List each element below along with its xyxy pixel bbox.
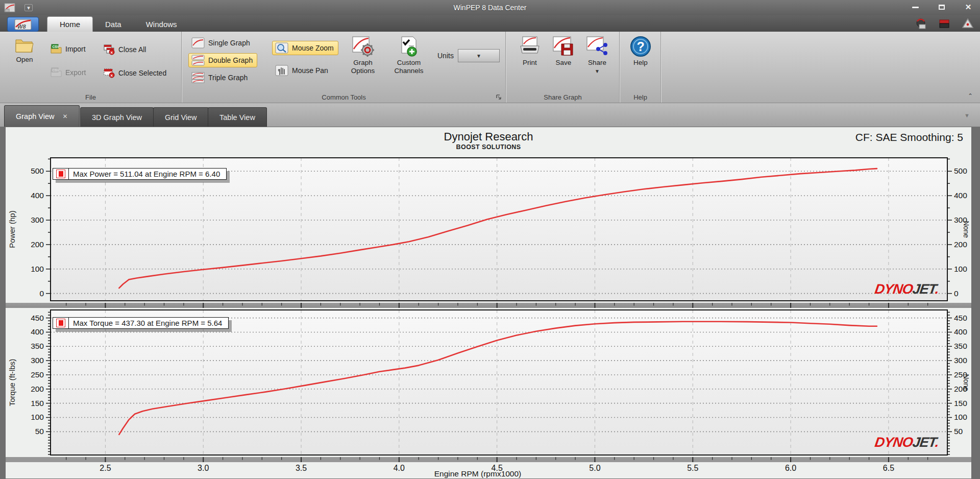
y-tick-label: 450 — [954, 314, 967, 322]
share-button[interactable]: Share ▼ — [581, 36, 614, 74]
gauge-icon[interactable] — [915, 17, 927, 30]
view-tab-strip: Graph View ✕ 3D Graph View Grid View Tab… — [0, 103, 980, 127]
double-graph-button[interactable]: Double Graph — [188, 53, 257, 67]
custom-channels-label: Custom Channels — [393, 59, 425, 75]
x-tick-label: 2.5 — [100, 464, 111, 472]
custom-channels-button[interactable]: Custom Channels — [393, 36, 425, 75]
y-tick-label: 200 — [31, 385, 44, 393]
close-all-button[interactable]: x Close All — [100, 43, 149, 56]
help-icon: ? — [630, 36, 651, 57]
legend-swatch-icon — [56, 170, 65, 178]
svg-text:W8: W8 — [17, 23, 26, 30]
tab-grid-view-label: Grid View — [165, 113, 197, 122]
maximize-icon — [939, 5, 945, 10]
dialog-launcher-icon[interactable] — [496, 94, 502, 101]
ribbon-tab-windows[interactable]: Windows — [134, 16, 189, 32]
chevron-down-icon: ▼ — [476, 53, 481, 59]
close-selected-button[interactable]: x Close Selected — [100, 66, 169, 80]
tab-grid-view[interactable]: Grid View — [153, 107, 209, 127]
chart-header: Dynojet Research BOOST SOLUTIONS CF: SAE… — [6, 127, 971, 156]
ribbon-group-share-graph: Print Save Share ▼ — [506, 32, 620, 103]
ribbon-group-common-tools: Single Graph Double Graph Triple Graph — [182, 32, 506, 103]
legend-swatch-icon — [56, 319, 65, 327]
power-right-axis-title: None — [962, 221, 970, 237]
tab-3d-graph-view-label: 3D Graph View — [92, 113, 142, 122]
mouse-zoom-label: Mouse Zoom — [292, 44, 334, 52]
torque-legend-text: Max Torque = 437.30 at Engine RPM = 5.64 — [69, 318, 228, 328]
folder-icon — [14, 37, 35, 54]
save-icon — [552, 36, 575, 57]
close-all-icon: x — [103, 44, 115, 55]
print-label: Print — [523, 59, 537, 67]
svg-text:?: ? — [637, 39, 645, 54]
x-axis-band — [6, 457, 971, 462]
x-axis-title: Engine RPM (rpmx1000) — [394, 469, 562, 478]
import-csv-icon: CSV — [50, 44, 62, 54]
ribbon: Open CSV Import CSV Export — [0, 32, 980, 103]
window-title: WinPEP 8 Data Center — [0, 4, 980, 12]
device-icon[interactable] — [938, 17, 950, 30]
tab-3d-graph-view[interactable]: 3D Graph View — [80, 107, 154, 127]
ribbon-tab-home[interactable]: Home — [47, 16, 93, 32]
tab-table-view[interactable]: Table View — [208, 107, 267, 127]
help-button[interactable]: ? Help — [624, 36, 657, 67]
share-label: Share — [588, 59, 606, 67]
mouse-zoom-button[interactable]: Mouse Zoom — [272, 41, 338, 55]
x-tick-label: 5.0 — [589, 464, 600, 472]
torque-legend[interactable]: Max Torque = 437.30 at Engine RPM = 5.64 — [53, 317, 229, 329]
mouse-pan-button[interactable]: Mouse Pan — [272, 63, 333, 78]
units-dropdown[interactable]: ▼ — [458, 49, 500, 62]
application-button[interactable]: W8 — [7, 17, 39, 32]
y-tick-label: 400 — [954, 327, 967, 336]
graph-options-icon — [352, 36, 374, 57]
print-button[interactable]: Print — [513, 36, 546, 67]
y-tick-label: 400 — [31, 327, 44, 336]
chart-subtitle: BOOST SOLUTIONS — [6, 143, 971, 151]
close-all-label: Close All — [118, 45, 146, 54]
mouse-pan-label: Mouse Pan — [292, 66, 328, 75]
save-button[interactable]: Save — [547, 36, 580, 67]
y-tick-label: 300 — [31, 215, 44, 224]
export-button[interactable]: CSV Export — [47, 66, 89, 79]
power-axis-title: Power (hp) — [8, 210, 16, 248]
svg-text:CSV: CSV — [53, 45, 60, 49]
y-tick-label: 400 — [31, 191, 44, 200]
minimize-button[interactable] — [909, 2, 922, 12]
x-tick-label: 6.0 — [785, 464, 796, 472]
share-dropdown-icon[interactable]: ▼ — [595, 68, 600, 75]
triple-graph-button[interactable]: Triple Graph — [188, 70, 252, 85]
power-legend[interactable]: Max Power = 511.04 at Engine RPM = 6.40 — [53, 168, 227, 180]
double-graph-icon — [191, 55, 205, 66]
legend-swatch-cell — [53, 318, 69, 328]
y-tick-label: 500 — [31, 166, 44, 175]
y-tick-label: 200 — [954, 240, 967, 249]
ribbon-tab-row: W8 Home Data Windows — [0, 15, 980, 32]
graph-options-button[interactable]: Graph Options — [347, 36, 379, 75]
winpep-logo-icon: W8 — [14, 19, 32, 30]
units-label: Units — [437, 52, 454, 60]
y-tick-label: 150 — [31, 399, 44, 408]
plot-background — [51, 310, 947, 455]
y-tick-label: 50 — [954, 427, 963, 436]
y-tick-label: 50 — [35, 427, 44, 436]
collapse-ribbon-icon[interactable]: ⌃ — [968, 92, 973, 100]
ribbon-tab-data[interactable]: Data — [93, 16, 134, 32]
close-button[interactable]: ✕ — [962, 2, 975, 12]
tab-graph-view[interactable]: Graph View ✕ — [4, 105, 80, 127]
tab-graph-view-label: Graph View — [16, 112, 55, 121]
single-graph-button[interactable]: Single Graph — [188, 36, 255, 50]
correction-factor-text: CF: SAE Smoothing: 5 — [855, 131, 963, 143]
torque-right-axis-title: None — [962, 374, 970, 391]
x-tick-label: 5.5 — [687, 464, 698, 472]
open-button[interactable]: Open — [8, 37, 41, 64]
dynojet-logo: DYNOJET. — [874, 435, 940, 450]
import-button[interactable]: CSV Import — [47, 43, 89, 55]
warning-icon[interactable] — [962, 17, 974, 30]
mouse-pan-icon — [275, 65, 288, 76]
close-selected-icon: x — [103, 67, 115, 79]
maximize-button[interactable] — [935, 2, 948, 12]
tab-close-icon[interactable]: ✕ — [63, 113, 68, 120]
tab-overflow-icon[interactable]: ▼ — [964, 112, 970, 118]
help-group-label: Help — [620, 93, 660, 101]
torque-plot-svg[interactable]: 5050100100150150200200250250300300350350… — [6, 308, 971, 457]
